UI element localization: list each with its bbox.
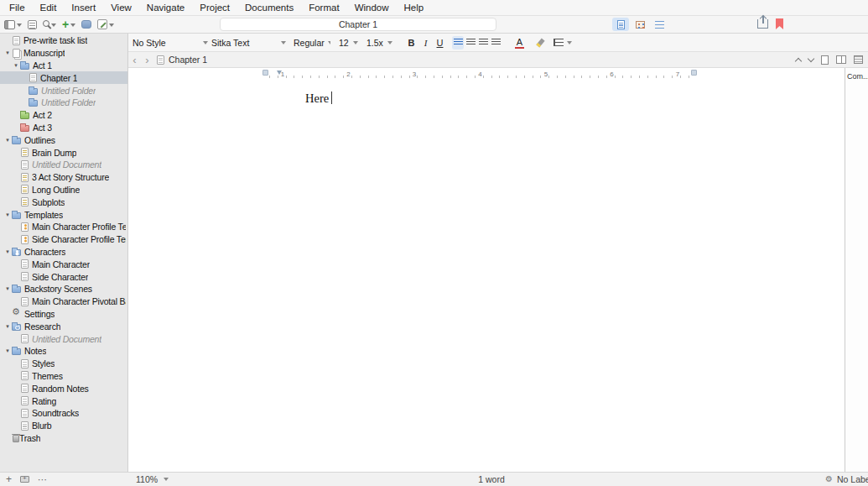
sidebar-item-characters[interactable]: ▾Characters xyxy=(0,246,127,259)
menu-view[interactable]: View xyxy=(103,0,139,15)
disclosure-triangle-icon[interactable]: ▾ xyxy=(12,62,20,69)
menu-format[interactable]: Format xyxy=(301,0,346,15)
split-view-icon[interactable] xyxy=(836,55,846,64)
document-view-button[interactable] xyxy=(612,18,629,31)
bookmark-icon[interactable] xyxy=(776,18,783,29)
sidebar-item-pre-write-task-list[interactable]: ▾Pre-write task list xyxy=(0,34,127,47)
binder-toggle-button[interactable] xyxy=(4,20,22,29)
sidebar-item-templates[interactable]: ▾Templates xyxy=(0,208,127,221)
page-icon[interactable] xyxy=(821,55,829,65)
zoom-control[interactable]: 110% xyxy=(136,474,169,484)
disclosure-triangle-icon[interactable]: ▾ xyxy=(3,50,12,56)
back-button[interactable]: ‹ xyxy=(128,53,141,67)
sidebar-item-backstory-scenes[interactable]: ▾Backstory Scenes xyxy=(0,283,127,295)
editor-text-area[interactable]: Here xyxy=(128,81,845,106)
sidebar-item-trash[interactable]: ▾Trash xyxy=(0,432,127,445)
font-variant-dropdown[interactable]: Regular xyxy=(294,38,330,48)
underline-button[interactable]: U xyxy=(434,34,446,51)
menu-navigate[interactable]: Navigate xyxy=(139,0,192,15)
sidebar-item-themes[interactable]: ▾Themes xyxy=(0,370,127,383)
menu-project[interactable]: Project xyxy=(192,0,237,15)
sidebar-item-blurb[interactable]: ▾Blurb xyxy=(0,420,127,432)
sidebar-item-act-1[interactable]: ▾Act 1 xyxy=(0,60,127,72)
list-button[interactable] xyxy=(554,39,572,47)
sidebar-item-subplots[interactable]: ▾Subplots xyxy=(0,196,127,208)
sidebar-item-soundtracks[interactable]: ▾Soundtracks xyxy=(0,407,127,420)
more-options-button[interactable]: ⋯ xyxy=(38,474,48,485)
menu-edit[interactable]: Edit xyxy=(33,0,65,15)
line-spacing-dropdown[interactable]: 1.5x xyxy=(366,38,392,48)
sidebar-item-rating[interactable]: ▾Rating xyxy=(0,395,127,407)
disclosure-triangle-icon[interactable]: ▾ xyxy=(3,323,12,330)
sidebar-item-styles[interactable]: ▾Styles xyxy=(0,358,127,370)
sidebar-item-main-character[interactable]: ▾Main Character xyxy=(0,258,127,270)
right-margin-marker[interactable] xyxy=(691,70,697,76)
search-button[interactable] xyxy=(43,20,56,29)
compose-button[interactable] xyxy=(97,19,114,29)
add-button[interactable]: + xyxy=(62,20,75,29)
sidebar-item-untitled-folder[interactable]: ▾Untitled Folder xyxy=(0,84,127,97)
sidebar-item-3-act-story-structure[interactable]: ▾3 Act Story Structure xyxy=(0,171,127,184)
sidebar-item-act-3[interactable]: ▾Act 3 xyxy=(0,122,127,134)
sidebar-item-settings[interactable]: ▾Settings xyxy=(0,308,127,321)
font-dropdown[interactable]: Sitka Text xyxy=(211,38,286,48)
disclosure-triangle-icon[interactable]: ▾ xyxy=(3,137,12,144)
left-margin-marker[interactable] xyxy=(262,70,268,76)
menu-window[interactable]: Window xyxy=(347,0,397,15)
sidebar-item-chapter-1[interactable]: ▾Chapter 1 xyxy=(0,71,127,84)
disclosure-triangle-icon[interactable]: ▾ xyxy=(3,285,12,292)
sidebar-item-side-character[interactable]: ▾Side Character xyxy=(0,270,127,283)
outline-view-button[interactable] xyxy=(651,18,668,31)
scrivener-window: FileEditInsertViewNavigateProjectDocumen… xyxy=(0,0,868,486)
sidebar-item-research[interactable]: ▾Research xyxy=(0,320,127,332)
editor-document-title[interactable]: Chapter 1 xyxy=(169,55,207,65)
menu-file[interactable]: File xyxy=(2,0,33,15)
collections-button[interactable] xyxy=(28,20,37,29)
sidebar-item-untitled-document[interactable]: ▾Untitled Document xyxy=(0,332,127,345)
sidebar-item-brain-dump[interactable]: ▾Brain Dump xyxy=(0,146,127,159)
align-justify-button[interactable] xyxy=(490,36,502,50)
editor-pane[interactable]: 1234567 Here xyxy=(128,68,845,472)
italic-button[interactable]: I xyxy=(419,34,432,51)
menu-insert[interactable]: Insert xyxy=(64,0,103,15)
align-center-button[interactable] xyxy=(465,36,476,50)
comments-panel[interactable]: Com... xyxy=(845,68,868,472)
highlight-button[interactable] xyxy=(536,38,544,47)
sidebar-item-act-2[interactable]: ▾Act 2 xyxy=(0,109,127,122)
sidebar-item-side-character-profile-template[interactable]: ▾Side Character Profile Template xyxy=(0,233,127,246)
share-button[interactable] xyxy=(757,19,768,29)
sidebar-item-label: Untitled Folder xyxy=(41,97,96,107)
add-folder-button[interactable] xyxy=(20,476,29,483)
label-indicator[interactable]: No Label xyxy=(837,474,868,484)
style-dropdown[interactable]: No Style xyxy=(133,38,208,48)
disclosure-triangle-icon[interactable]: ▾ xyxy=(3,348,12,354)
chevron-up-icon[interactable] xyxy=(795,57,802,64)
sidebar-item-manuscript[interactable]: ▾Manuscript xyxy=(0,47,127,60)
sidebar-item-main-character-pivotal-bac[interactable]: ▾Main Character Pivotal Bac... xyxy=(0,295,127,308)
text-color-button[interactable]: A xyxy=(515,37,524,49)
menu-documents[interactable]: Documents xyxy=(237,0,301,15)
inspector-toggle-icon[interactable] xyxy=(854,55,863,64)
sidebar-item-outlines[interactable]: ▾Outlines xyxy=(0,133,127,146)
bold-button[interactable]: B xyxy=(405,34,418,51)
ruler[interactable]: 1234567 xyxy=(128,68,845,81)
sidebar-item-notes[interactable]: ▾Notes xyxy=(0,345,127,358)
sidebar-item-untitled-document[interactable]: ▾Untitled Document xyxy=(0,159,127,171)
sidebar-item-main-character-profile-template[interactable]: ▾Main Character Profile Template xyxy=(0,221,127,233)
disclosure-triangle-icon[interactable]: ▾ xyxy=(3,248,12,255)
sidebar-item-untitled-folder[interactable]: ▾Untitled Folder xyxy=(0,97,127,109)
align-right-button[interactable] xyxy=(477,36,489,50)
disclosure-triangle-icon[interactable]: ▾ xyxy=(3,212,12,218)
forward-button[interactable]: › xyxy=(141,53,153,67)
sidebar-item-random-notes[interactable]: ▾Random Notes xyxy=(0,382,127,395)
corkboard-view-button[interactable] xyxy=(632,18,648,31)
document-title-field[interactable]: Chapter 1 xyxy=(220,18,496,31)
menu-help[interactable]: Help xyxy=(397,0,432,15)
gear-icon[interactable]: ⚙ xyxy=(825,475,833,483)
keywords-button[interactable] xyxy=(81,20,91,29)
align-left-button[interactable] xyxy=(452,36,464,50)
font-size-dropdown[interactable]: 12 xyxy=(339,38,358,48)
add-document-button[interactable]: + xyxy=(6,474,12,484)
sidebar-item-long-outline[interactable]: ▾Long Outline xyxy=(0,184,127,196)
chevron-down-icon[interactable] xyxy=(808,55,814,61)
